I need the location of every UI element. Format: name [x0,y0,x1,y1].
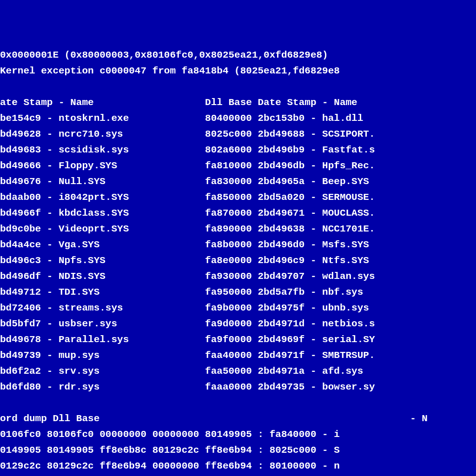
bsod-screen: 0x0000001E (0x80000003,0x80106fc0,0x8025… [0,47,476,476]
dump-body: 0106fc0 80106fc0 00000000 00000000 80149… [0,429,340,476]
kernel-exception-line: Kernel exception c0000047 from fa8418b4 … [0,66,340,76]
module-table-body: be154c9 - ntoskrnl.exe 80400000 2bc153b0… [0,113,375,392]
stop-code-line: 0x0000001E (0x80000003,0x80106fc0,0x8025… [0,50,328,60]
module-table-header: ate Stamp - Name Dll Base Date Stamp - N… [0,97,357,108]
dump-header: ord dump Dll Base - N [0,413,428,424]
